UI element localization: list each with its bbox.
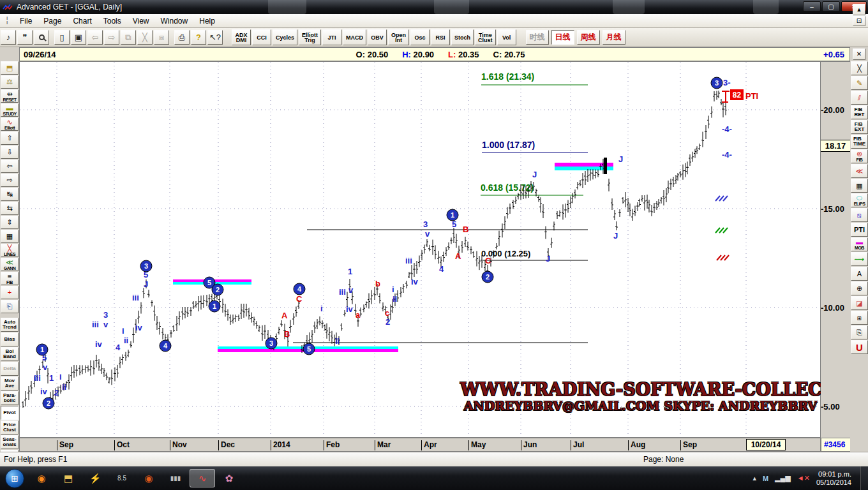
vertical-scale-icon[interactable]: ⇕	[1, 216, 19, 229]
cross-lines-icon[interactable]: ⧅	[851, 208, 868, 222]
scroll-down-icon[interactable]: ⇩	[1, 145, 19, 159]
indicator-cci[interactable]: CCI	[252, 29, 271, 45]
elliott-icon[interactable]: ∿Elliott	[1, 117, 19, 131]
fib-extension-icon[interactable]: FIB EXT	[851, 120, 868, 134]
magnet-icon[interactable]: U	[851, 340, 868, 354]
study-pivot[interactable]: Pivot	[1, 406, 19, 420]
menu-tools[interactable]: Tools	[98, 15, 127, 27]
delete-all-icon[interactable]: ⧆	[851, 311, 868, 325]
mob-icon[interactable]: ▬MOB	[851, 237, 868, 251]
indicator-stoch[interactable]: Stoch	[451, 29, 474, 45]
time-axis[interactable]: 10/20/14 SepOctNovDec2014FebMarAprMayJun…	[19, 438, 821, 452]
chart-area[interactable]: 1.618 (21.34)1.000 (17.87)0.618 (15.72)5…	[19, 61, 821, 438]
indicator-obv[interactable]: OBV	[368, 29, 387, 45]
study-seasonals[interactable]: Seas- onals	[1, 435, 19, 449]
print-icon[interactable]: ⎙	[174, 30, 190, 45]
chart-close-button[interactable]: ✕	[853, 48, 865, 60]
menu-help[interactable]: Help	[193, 15, 221, 27]
taskbar-mixer-icon[interactable]: ▮▮▮	[163, 469, 188, 487]
indicator-adx-dmi[interactable]: ADX DMI	[232, 29, 251, 45]
scroll-right-icon[interactable]: ⇨	[1, 174, 19, 187]
show-desktop-button[interactable]	[860, 466, 868, 490]
mdi-restore-button[interactable]: ⊡	[853, 16, 865, 26]
minimize-button[interactable]: –	[803, 1, 821, 11]
indicator-osc[interactable]: Osc	[410, 29, 430, 45]
context-help-icon[interactable]: ↖?	[207, 30, 223, 45]
taskbar-firefox-icon[interactable]: ◉	[29, 469, 54, 487]
indicator-cycles[interactable]: Cycles	[273, 29, 297, 45]
taskbar-lightning-icon[interactable]: ⚡	[82, 469, 108, 487]
indicator-macd[interactable]: MACD	[343, 29, 366, 45]
indicator-vol[interactable]: Vol	[497, 29, 516, 45]
compare-scales-icon[interactable]: ⚖	[1, 75, 19, 89]
toolbar-collapse-button[interactable]: ▲	[853, 4, 865, 15]
study-icon[interactable]: ▬STUDY	[1, 103, 19, 117]
help-icon[interactable]: ?	[191, 30, 206, 45]
pencil-icon[interactable]: ✎	[851, 76, 868, 90]
gann-icon[interactable]: ≪GANN	[1, 258, 19, 271]
save-page-icon[interactable]: ▣	[71, 30, 86, 45]
new-page-icon[interactable]: ▯	[54, 30, 70, 45]
price-scale[interactable]: 18.17 -20.00-15.00-10.00-5.00	[821, 61, 850, 438]
taskbar-advanced-get-icon[interactable]: ∿	[190, 469, 215, 487]
gann-fan-icon[interactable]: ≪	[851, 164, 868, 178]
menu-view[interactable]: View	[127, 15, 155, 27]
indicator-jti[interactable]: JTI	[322, 29, 341, 45]
study-bias[interactable]: Bias	[1, 332, 19, 346]
trendline-icon[interactable]: ⫽	[851, 91, 868, 105]
menu-window[interactable]: Window	[155, 15, 194, 27]
zoom-tool-icon[interactable]	[34, 30, 49, 45]
reset-icon[interactable]: ⇹RESET	[1, 89, 19, 103]
grid-toggle-icon[interactable]: ▦	[1, 230, 19, 243]
indicator-open-int[interactable]: Open Int	[388, 29, 409, 45]
taskbar-explorer-icon[interactable]: ⬒	[56, 469, 81, 487]
expand-bars-icon[interactable]: ⇆	[1, 202, 19, 215]
fib-icon[interactable]: ≡FIB	[1, 272, 19, 285]
taskbar-85-icon[interactable]: 8.5	[109, 469, 135, 487]
indicator-time-clust[interactable]: Time Clust	[475, 29, 496, 45]
regression-icon[interactable]: ⟿	[851, 252, 868, 266]
pti-icon[interactable]: PTI	[851, 223, 868, 237]
scroll-up-icon[interactable]: ⇧	[1, 131, 19, 145]
tray-volume-muted-icon[interactable]: ◄✕	[797, 474, 810, 482]
zoom-in-icon[interactable]: ⊕	[851, 281, 868, 295]
text-tool-icon[interactable]: A	[851, 267, 868, 281]
timeframe-button[interactable]: 时线	[526, 30, 549, 45]
menu-page[interactable]: Page	[38, 15, 67, 27]
properties-icon[interactable]: ⎗	[1, 300, 19, 313]
open-chart-icon[interactable]: ⬒	[1, 61, 19, 75]
indicator-rsi[interactable]: RSI	[431, 29, 450, 45]
study-movave[interactable]: Mov Ave	[1, 376, 19, 390]
delete-tool-icon[interactable]: ╳	[851, 61, 868, 75]
fib-time-icon[interactable]: FIB TIME	[851, 135, 868, 149]
annotation-icon[interactable]: ❞	[17, 30, 33, 45]
timeframe-button[interactable]: 日线	[551, 30, 574, 45]
eraser-icon[interactable]: ◪	[851, 296, 868, 310]
study-autotrend[interactable]: Auto Trend	[1, 318, 19, 332]
crosshair-icon[interactable]: +	[1, 286, 19, 299]
taskbar-media-icon[interactable]: ◉	[136, 469, 161, 487]
compress-bars-icon[interactable]: ↹	[1, 188, 19, 201]
maximize-button[interactable]: ▢	[822, 1, 840, 11]
tray-expand-icon[interactable]: ▴	[752, 474, 756, 482]
taskbar-clock[interactable]: 09:01 p.m. 05/10/2014	[816, 470, 851, 487]
copy-study-icon[interactable]: ⎘	[851, 325, 868, 339]
grid-icon[interactable]: ▦	[851, 179, 868, 193]
timeframe-button[interactable]: 周线	[577, 30, 600, 45]
study-parabolic[interactable]: Para- bolic	[1, 391, 19, 405]
menu-chart[interactable]: Chart	[67, 15, 97, 27]
pin-tool-icon[interactable]: ♪	[1, 30, 16, 45]
fib-retrace-icon[interactable]: FIB RET	[851, 105, 868, 119]
study-bolband[interactable]: Bol Band	[1, 347, 19, 361]
indicator-elliott-trig[interactable]: Elliott Trig	[299, 29, 321, 45]
tray-malwarebytes-icon[interactable]: M	[763, 475, 768, 482]
ellipse-icon[interactable]: ⬭ELiPS	[851, 193, 868, 207]
menu-file[interactable]: File	[14, 15, 38, 27]
study-priceclust[interactable]: Price Clust	[1, 420, 19, 434]
start-button[interactable]: ⊞	[5, 469, 24, 488]
tray-network-icon[interactable]: ▂▄▆	[775, 474, 791, 482]
title-bar[interactable]: Advanced GET - [GGAL, Daily] – ▢ ✕	[0, 0, 868, 14]
timeframe-button[interactable]: 月线	[602, 30, 625, 45]
fib-circle-icon[interactable]: ⊚FIB	[851, 149, 868, 163]
menu-grip[interactable]: ╎	[3, 16, 11, 26]
